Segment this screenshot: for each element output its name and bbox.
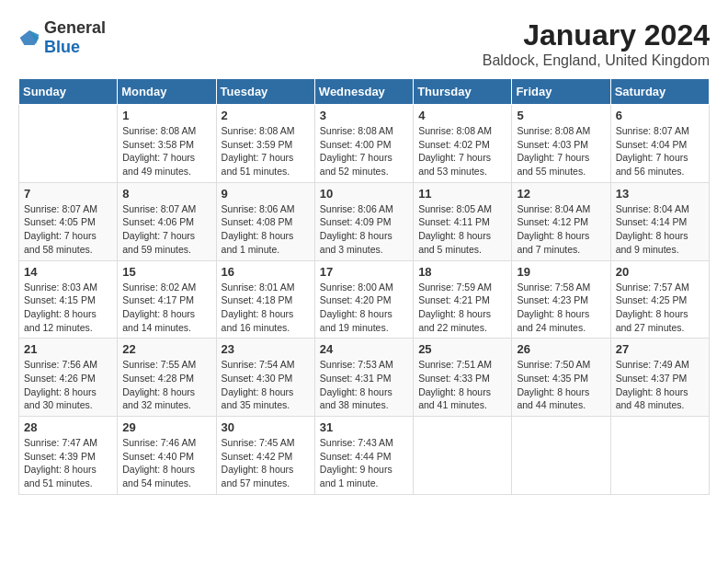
day-info: Sunrise: 8:08 AMSunset: 3:58 PMDaylight:… [122,124,210,178]
calendar-cell: 2Sunrise: 8:08 AMSunset: 3:59 PMDaylight… [216,105,314,183]
day-number: 10 [320,187,408,201]
calendar-cell: 25Sunrise: 7:51 AMSunset: 4:33 PMDayligh… [414,339,512,417]
day-number: 3 [320,109,408,122]
day-info: Sunrise: 7:59 AMSunset: 4:21 PMDaylight:… [418,281,506,335]
calendar-cell: 6Sunrise: 8:07 AMSunset: 4:04 PMDaylight… [610,105,709,183]
day-info: Sunrise: 8:04 AMSunset: 4:12 PMDaylight:… [517,202,605,257]
day-info: Sunrise: 7:45 AMSunset: 4:42 PMDaylight:… [222,436,310,490]
day-info: Sunrise: 7:46 AMSunset: 4:40 PMDaylight:… [122,436,210,490]
day-info: Sunrise: 8:01 AMSunset: 4:18 PMDaylight:… [222,281,310,335]
day-info: Sunrise: 7:51 AMSunset: 4:33 PMDaylight:… [418,358,506,412]
day-info: Sunrise: 8:08 AMSunset: 4:03 PMDaylight:… [517,124,605,178]
calendar-cell: 4Sunrise: 8:08 AMSunset: 4:02 PMDaylight… [414,105,512,183]
calendar-cell: 22Sunrise: 7:55 AMSunset: 4:28 PMDayligh… [118,339,216,417]
calendar-cell: 3Sunrise: 8:08 AMSunset: 4:00 PMDaylight… [314,105,413,183]
day-number: 22 [122,342,210,356]
calendar-cell: 24Sunrise: 7:53 AMSunset: 4:31 PMDayligh… [314,339,413,417]
column-header-friday: Friday [512,79,610,105]
calendar-cell: 27Sunrise: 7:49 AMSunset: 4:37 PMDayligh… [610,339,709,417]
day-info: Sunrise: 8:08 AMSunset: 4:02 PMDaylight:… [418,124,506,178]
calendar-cell [414,417,512,495]
calendar-cell: 31Sunrise: 7:43 AMSunset: 4:44 PMDayligh… [314,417,413,495]
calendar-cell: 19Sunrise: 7:58 AMSunset: 4:23 PMDayligh… [512,260,610,339]
day-number: 13 [616,187,704,201]
day-info: Sunrise: 7:49 AMSunset: 4:37 PMDaylight:… [616,358,704,412]
day-info: Sunrise: 7:47 AMSunset: 4:39 PMDaylight:… [24,436,112,490]
day-info: Sunrise: 7:57 AMSunset: 4:25 PMDaylight:… [616,281,704,335]
day-info: Sunrise: 8:00 AMSunset: 4:20 PMDaylight:… [320,281,408,335]
column-header-monday: Monday [118,79,216,105]
day-info: Sunrise: 8:03 AMSunset: 4:15 PMDaylight:… [24,281,112,335]
column-header-wednesday: Wednesday [314,79,413,105]
column-header-sunday: Sunday [19,79,118,105]
page-header: General Blue January 2024 Baldock, Engla… [18,18,710,69]
calendar-cell: 13Sunrise: 8:04 AMSunset: 4:14 PMDayligh… [610,182,709,260]
calendar-cell: 30Sunrise: 7:45 AMSunset: 4:42 PMDayligh… [216,417,314,495]
day-number: 8 [122,187,210,201]
calendar-cell: 7Sunrise: 8:07 AMSunset: 4:05 PMDaylight… [19,182,118,260]
day-info: Sunrise: 7:55 AMSunset: 4:28 PMDaylight:… [122,358,210,412]
day-number: 31 [320,420,408,434]
day-number: 20 [616,265,704,279]
day-info: Sunrise: 7:50 AMSunset: 4:35 PMDaylight:… [517,358,605,412]
day-number: 7 [24,187,112,201]
column-header-tuesday: Tuesday [216,79,314,105]
subtitle: Baldock, England, United Kingdom [483,52,710,69]
logo-text: General Blue [44,18,106,57]
day-number: 14 [24,265,112,279]
calendar-cell [512,417,610,495]
calendar-cell: 14Sunrise: 8:03 AMSunset: 4:15 PMDayligh… [19,260,118,339]
day-number: 4 [418,109,506,122]
calendar: SundayMondayTuesdayWednesdayThursdayFrid… [18,78,710,495]
day-info: Sunrise: 7:53 AMSunset: 4:31 PMDaylight:… [320,358,408,412]
calendar-cell: 23Sunrise: 7:54 AMSunset: 4:30 PMDayligh… [216,339,314,417]
calendar-cell: 16Sunrise: 8:01 AMSunset: 4:18 PMDayligh… [216,260,314,339]
day-number: 21 [24,342,112,356]
main-title: January 2024 [483,18,710,52]
calendar-cell: 21Sunrise: 7:56 AMSunset: 4:26 PMDayligh… [19,339,118,417]
calendar-week-4: 21Sunrise: 7:56 AMSunset: 4:26 PMDayligh… [19,339,710,417]
day-info: Sunrise: 7:58 AMSunset: 4:23 PMDaylight:… [517,281,605,335]
logo-icon [18,29,40,47]
calendar-week-2: 7Sunrise: 8:07 AMSunset: 4:05 PMDaylight… [19,182,710,260]
day-number: 23 [222,342,310,356]
logo: General Blue [18,18,106,57]
day-number: 25 [418,342,506,356]
calendar-cell: 17Sunrise: 8:00 AMSunset: 4:20 PMDayligh… [314,260,413,339]
day-info: Sunrise: 7:43 AMSunset: 4:44 PMDaylight:… [320,436,408,490]
day-info: Sunrise: 8:08 AMSunset: 3:59 PMDaylight:… [222,124,310,178]
day-number: 15 [122,265,210,279]
calendar-week-5: 28Sunrise: 7:47 AMSunset: 4:39 PMDayligh… [19,417,710,495]
calendar-week-1: 1Sunrise: 8:08 AMSunset: 3:58 PMDaylight… [19,105,710,183]
calendar-cell: 12Sunrise: 8:04 AMSunset: 4:12 PMDayligh… [512,182,610,260]
calendar-cell: 1Sunrise: 8:08 AMSunset: 3:58 PMDaylight… [118,105,216,183]
day-number: 29 [122,420,210,434]
day-info: Sunrise: 7:54 AMSunset: 4:30 PMDaylight:… [222,358,310,412]
day-number: 18 [418,265,506,279]
day-info: Sunrise: 8:07 AMSunset: 4:06 PMDaylight:… [122,202,210,257]
column-header-thursday: Thursday [414,79,512,105]
calendar-cell: 8Sunrise: 8:07 AMSunset: 4:06 PMDaylight… [118,182,216,260]
day-number: 24 [320,342,408,356]
column-header-saturday: Saturday [610,79,709,105]
calendar-cell: 28Sunrise: 7:47 AMSunset: 4:39 PMDayligh… [19,417,118,495]
title-block: January 2024 Baldock, England, United Ki… [483,18,710,69]
day-info: Sunrise: 8:06 AMSunset: 4:08 PMDaylight:… [222,202,310,257]
day-number: 2 [222,109,310,122]
calendar-cell [19,105,118,183]
calendar-cell: 29Sunrise: 7:46 AMSunset: 4:40 PMDayligh… [118,417,216,495]
calendar-cell: 9Sunrise: 8:06 AMSunset: 4:08 PMDaylight… [216,182,314,260]
calendar-cell: 10Sunrise: 8:06 AMSunset: 4:09 PMDayligh… [314,182,413,260]
day-info: Sunrise: 8:05 AMSunset: 4:11 PMDaylight:… [418,202,506,257]
day-number: 12 [517,187,605,201]
day-number: 30 [222,420,310,434]
calendar-header-row: SundayMondayTuesdayWednesdayThursdayFrid… [19,79,710,105]
day-info: Sunrise: 8:02 AMSunset: 4:17 PMDaylight:… [122,281,210,335]
day-number: 1 [122,109,210,122]
calendar-cell: 15Sunrise: 8:02 AMSunset: 4:17 PMDayligh… [118,260,216,339]
calendar-cell: 5Sunrise: 8:08 AMSunset: 4:03 PMDaylight… [512,105,610,183]
day-info: Sunrise: 8:07 AMSunset: 4:05 PMDaylight:… [24,202,112,257]
day-number: 27 [616,342,704,356]
logo-blue: Blue [44,38,80,56]
day-number: 5 [517,109,605,122]
